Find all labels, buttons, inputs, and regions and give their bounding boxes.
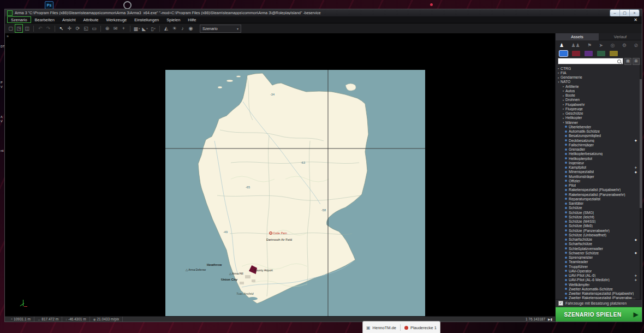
tree-item[interactable]: Munitionsträger bbox=[556, 174, 642, 179]
tree-item[interactable]: ▸ Flugzeuge bbox=[556, 106, 642, 111]
tree-item[interactable]: UAV-Pilot (AL-6 Medizin) ✈ bbox=[556, 278, 642, 282]
expander-icon[interactable]: ▸ bbox=[562, 103, 565, 106]
tree-item[interactable]: Pilot bbox=[556, 183, 642, 188]
map-viewport[interactable]: » bbox=[5, 33, 555, 316]
minimize-button[interactable]: – bbox=[610, 10, 619, 16]
tree-item[interactable]: ▸ CTRG bbox=[556, 66, 642, 70]
tree-item[interactable]: ▸ Autos bbox=[556, 88, 642, 93]
tree-item[interactable]: Deckbesatzung ◆ bbox=[556, 138, 642, 142]
tree-item[interactable]: Überlebender bbox=[556, 124, 642, 129]
tree-scrollbar[interactable] bbox=[640, 65, 642, 299]
expander-icon[interactable]: ▾ bbox=[557, 80, 560, 84]
sound-icon[interactable]: ♪ bbox=[179, 25, 186, 32]
new-scenario-icon[interactable]: ▢ bbox=[7, 25, 14, 32]
expander-icon[interactable]: ▸ bbox=[562, 112, 565, 115]
expander-icon[interactable]: ▸ bbox=[557, 67, 560, 70]
tab-assets[interactable]: Assets bbox=[556, 33, 599, 40]
search-icon[interactable] bbox=[617, 60, 621, 63]
taskbar-app-icon[interactable] bbox=[123, 1, 132, 9]
tree-item[interactable]: Helikopterbesatzung bbox=[556, 152, 642, 156]
scale-tool-icon[interactable]: ◱ bbox=[82, 25, 90, 32]
place-with-crew-row[interactable]: ✓ Fahrzeuge mit Besatzung platzieren bbox=[556, 299, 642, 307]
map-marker[interactable]: Arma Defense bbox=[186, 268, 206, 271]
markers-icon[interactable]: ◎ bbox=[611, 43, 615, 48]
checkbox-icon[interactable]: ✓ bbox=[558, 301, 563, 306]
tree-item[interactable]: Sanitäter bbox=[556, 201, 642, 206]
tree-item[interactable]: ▸ Gendarmerie bbox=[556, 75, 642, 80]
groups-icon[interactable]: ♟♟ bbox=[571, 43, 580, 48]
tree-item[interactable]: Schütze bbox=[556, 206, 642, 210]
tree-item[interactable]: Schütze (M4SS) bbox=[556, 219, 642, 224]
teamspeak-tab-channel[interactable]: Plauderecke 1 bbox=[410, 325, 437, 330]
tree-item[interactable]: Grenadier bbox=[556, 147, 642, 152]
expander-icon[interactable]: ▾ bbox=[562, 121, 565, 124]
visibility-icon[interactable]: ◉ bbox=[187, 25, 194, 32]
title-bar[interactable]: Arma 3 "C:\Program Files (x86)\Steam\ste… bbox=[5, 9, 642, 16]
empty-icon[interactable]: ⊘ bbox=[634, 43, 638, 48]
close-button[interactable]: × bbox=[629, 10, 639, 16]
map-marker[interactable]: Arma Hill bbox=[229, 272, 243, 275]
play-scenario-button[interactable]: SZENARIO SPIELEN ▶ bbox=[556, 307, 642, 322]
menu-attribute[interactable]: Attribute bbox=[80, 16, 103, 23]
tree-item[interactable]: Schwerer Schütze ◆ bbox=[556, 251, 642, 255]
expander-icon[interactable]: ▸ bbox=[562, 107, 565, 110]
tree-item[interactable]: ▾ NATO bbox=[556, 80, 642, 84]
toolbar-icon[interactable] bbox=[33, 26, 34, 32]
menu-ansicht[interactable]: Ansicht bbox=[58, 16, 80, 23]
tree-item[interactable]: Kampfpilot ✈ bbox=[556, 165, 642, 170]
save-scenario-icon[interactable]: ◫ bbox=[23, 25, 31, 32]
grid-snap-icon[interactable]: ▦ bbox=[133, 25, 140, 32]
grid-view-button[interactable]: ⊞ bbox=[633, 58, 640, 65]
tree-item[interactable]: Wettkämpfer bbox=[556, 282, 642, 287]
playback-icons[interactable]: ▶▮ bbox=[548, 317, 552, 321]
units-icon[interactable]: ♟ bbox=[559, 43, 564, 48]
search-input[interactable] bbox=[559, 59, 617, 63]
tree-item[interactable]: Offizier bbox=[556, 179, 642, 183]
map-marker[interactable]: Code Pain bbox=[269, 231, 287, 235]
tree-item[interactable]: UAV-Pilot (AL-6) ✈ bbox=[556, 273, 642, 278]
tree-item[interactable]: ▾ Männer bbox=[556, 120, 642, 124]
rotate-tool-icon[interactable]: ⟳ bbox=[74, 25, 81, 32]
toolbar-icon[interactable] bbox=[159, 26, 160, 32]
tree-item[interactable]: Reparaturspezialist bbox=[556, 197, 642, 201]
teamspeak-tab-server[interactable]: HennoTM.de bbox=[373, 325, 396, 330]
tree-item[interactable]: ▸ Flugabwehr bbox=[556, 102, 642, 106]
map-marker[interactable]: Union City bbox=[221, 278, 237, 281]
globe-icon[interactable]: ⊕ bbox=[104, 25, 111, 32]
undo-icon[interactable]: ↶ bbox=[37, 25, 44, 32]
faction-blufor[interactable] bbox=[559, 51, 568, 56]
terrain-map[interactable]: -34 -63 -65 -58 -49 bbox=[165, 70, 425, 316]
map-marker[interactable]: Heathrow bbox=[207, 263, 222, 266]
tree-item[interactable]: ▸ Helikopter bbox=[556, 116, 642, 120]
expander-icon[interactable]: ▸ bbox=[562, 116, 565, 120]
tree-item[interactable]: Scharfschütze ◆ bbox=[556, 237, 642, 242]
toolbar-icon[interactable] bbox=[55, 26, 55, 32]
faction-independent[interactable] bbox=[597, 51, 605, 56]
tree-item[interactable]: ▸ Geschütze bbox=[556, 111, 642, 116]
faction-empty[interactable] bbox=[610, 51, 618, 56]
scenario-phase-dropdown[interactable]: Szenario ▾ bbox=[200, 25, 241, 33]
modules-icon[interactable]: ⚙ bbox=[622, 43, 627, 48]
redo-icon[interactable]: ↷ bbox=[45, 25, 52, 32]
menu-werkzeuge[interactable]: Werkzeuge bbox=[102, 16, 130, 23]
area-tool-icon[interactable]: ▭ bbox=[91, 25, 98, 32]
tree-item[interactable]: Helikopterpilot bbox=[556, 156, 642, 160]
tree-item[interactable]: Schütze (Panzerabwehr) bbox=[556, 228, 642, 233]
tree-item[interactable]: Automatik-Schütze bbox=[556, 129, 642, 134]
tree-item[interactable]: Zweiter Raketenspezialist (Flugabwehr) bbox=[556, 292, 642, 296]
toolbar-icon[interactable] bbox=[100, 26, 101, 32]
tree-item[interactable]: ▸ Drohnen bbox=[556, 98, 642, 102]
menu-hilfe[interactable]: Hilfe bbox=[184, 16, 200, 23]
open-scenario-icon[interactable]: ◳ bbox=[15, 25, 22, 32]
tree-item[interactable]: ▸ Artillerie bbox=[556, 84, 642, 88]
message-icon[interactable]: ✉ bbox=[112, 25, 119, 32]
expander-icon[interactable]: ▸ bbox=[562, 89, 565, 92]
map-marker[interactable]: Dartmouth Air Field bbox=[266, 238, 292, 241]
surface-snap-icon[interactable]: ◣ bbox=[141, 25, 148, 32]
close-icon[interactable]: ✕ bbox=[634, 17, 637, 22]
tree-item[interactable]: Minenspezialist ◆ bbox=[556, 170, 642, 174]
expander-icon[interactable]: ▸ bbox=[562, 85, 565, 88]
tab-verlauf[interactable]: Verlauf bbox=[599, 33, 642, 40]
maximize-button[interactable]: ▢ bbox=[619, 10, 629, 16]
select-tool-icon[interactable]: ↖ bbox=[58, 25, 65, 32]
